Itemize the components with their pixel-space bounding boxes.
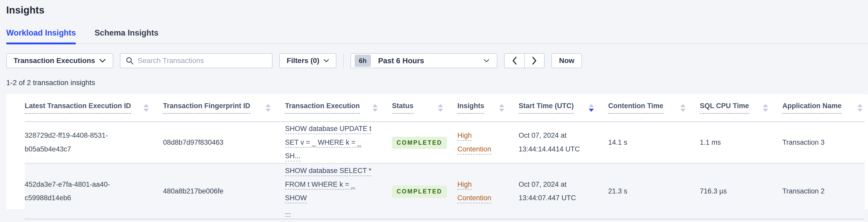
- toolbar-divider: [343, 53, 344, 68]
- chevron-left-icon: [512, 57, 517, 65]
- time-nav-group: [504, 53, 545, 68]
- column-header-contention-time[interactable]: Contention Time: [608, 102, 700, 114]
- time-range-dropdown[interactable]: 6h Past 6 Hours: [350, 53, 497, 68]
- insights-table-card: Latest Transaction Execution ID Transact…: [6, 94, 868, 209]
- search-box[interactable]: [120, 53, 273, 68]
- transaction-fingerprint-id: 480a8b217be006fe: [163, 184, 285, 198]
- sort-icon[interactable]: [680, 104, 685, 112]
- column-header-sql-cpu-time[interactable]: SQL CPU Time: [700, 102, 782, 114]
- tab-schema-insights[interactable]: Schema Insights: [94, 28, 158, 44]
- sort-icon[interactable]: [763, 104, 768, 112]
- column-header-start-time[interactable]: Start Time (UTC): [519, 102, 608, 114]
- filters-label: Filters (0): [286, 57, 319, 65]
- execution-type-label: Transaction Executions: [13, 57, 95, 65]
- sql-cpu-time: 1.1 ms: [700, 136, 782, 149]
- sort-icon[interactable]: [372, 104, 378, 112]
- sort-icon[interactable]: [266, 104, 271, 112]
- toolbar: Transaction Executions Filters (0) 6h Pa…: [6, 53, 868, 68]
- chevron-down-icon: [99, 58, 106, 63]
- column-header-insights[interactable]: Insights: [457, 102, 519, 114]
- contention-time: 21.3 s: [608, 184, 700, 198]
- application-name: Transaction 2: [782, 184, 865, 198]
- execution-type-dropdown[interactable]: Transaction Executions: [6, 53, 113, 68]
- insights-tab-bar: Workload Insights Schema Insights: [6, 28, 868, 44]
- column-header-latest-transaction-execution-id[interactable]: Latest Transaction Execution ID: [25, 102, 163, 114]
- results-summary: 1-2 of 2 transaction insights: [6, 78, 868, 87]
- table-row: 328729d2-ff19-4408-8531-b05a5b4e43c7 08d…: [25, 122, 865, 163]
- sort-icon[interactable]: [589, 104, 594, 112]
- status-badge: COMPLETED: [392, 185, 447, 198]
- table-row: 452da3e7-e7fa-4801-aa40-c59988d14eb6 480…: [25, 163, 865, 219]
- tab-divider: [6, 43, 868, 44]
- search-icon: [126, 57, 134, 65]
- next-time-range-button[interactable]: [524, 54, 544, 68]
- transaction-insights-table: Latest Transaction Execution ID Transact…: [17, 94, 865, 219]
- start-time: Oct 07, 2024 at 13:44:14.4414 UTC: [519, 129, 608, 156]
- previous-time-range-button[interactable]: [505, 54, 524, 68]
- chevron-down-icon: [323, 59, 329, 63]
- table-header-row: Latest Transaction Execution ID Transact…: [25, 94, 865, 122]
- time-range-badge: 6h: [354, 55, 371, 67]
- column-header-application-name[interactable]: Application Name: [782, 102, 865, 114]
- start-time: Oct 07, 2024 at 13:44:07.447 UTC: [519, 178, 608, 205]
- sort-icon[interactable]: [144, 104, 149, 112]
- now-button[interactable]: Now: [551, 53, 582, 68]
- search-input[interactable]: [137, 57, 267, 65]
- chevron-right-icon: [532, 57, 537, 65]
- sort-icon[interactable]: [499, 104, 504, 112]
- transaction-fingerprint-id: 08d8b7d97f830463: [163, 136, 285, 149]
- contention-time: 14.1 s: [608, 136, 700, 149]
- latest-transaction-execution-id: 452da3e7-e7fa-4801-aa40-c59988d14eb6: [25, 178, 163, 205]
- column-header-transaction-fingerprint-id[interactable]: Transaction Fingerprint ID: [163, 102, 285, 114]
- application-name: Transaction 3: [782, 136, 865, 149]
- column-header-transaction-execution[interactable]: Transaction Execution: [285, 102, 392, 114]
- chevron-down-icon: [483, 59, 490, 63]
- sort-icon[interactable]: [857, 104, 863, 112]
- transaction-execution-link[interactable]: SHOW database UPDATE t SET v = _ WHERE k…: [285, 125, 371, 160]
- tab-workload-insights[interactable]: Workload Insights: [6, 28, 76, 44]
- now-label: Now: [559, 57, 575, 65]
- status-badge: COMPLETED: [392, 137, 447, 149]
- sql-cpu-time: 716.3 µs: [700, 184, 782, 198]
- latest-transaction-execution-id: 328729d2-ff19-4408-8531-b05a5b4e43c7: [25, 129, 163, 156]
- filters-dropdown[interactable]: Filters (0): [279, 53, 336, 68]
- page-title: Insights: [6, 5, 868, 16]
- sort-icon[interactable]: [438, 104, 443, 112]
- time-range-label: Past 6 Hours: [378, 57, 476, 65]
- insight-link[interactable]: High Contention: [457, 181, 491, 202]
- insight-link[interactable]: High Contention: [457, 131, 491, 153]
- transaction-execution-link[interactable]: SHOW database SELECT * FROM t WHERE k = …: [285, 167, 371, 216]
- column-header-status[interactable]: Status: [392, 102, 457, 114]
